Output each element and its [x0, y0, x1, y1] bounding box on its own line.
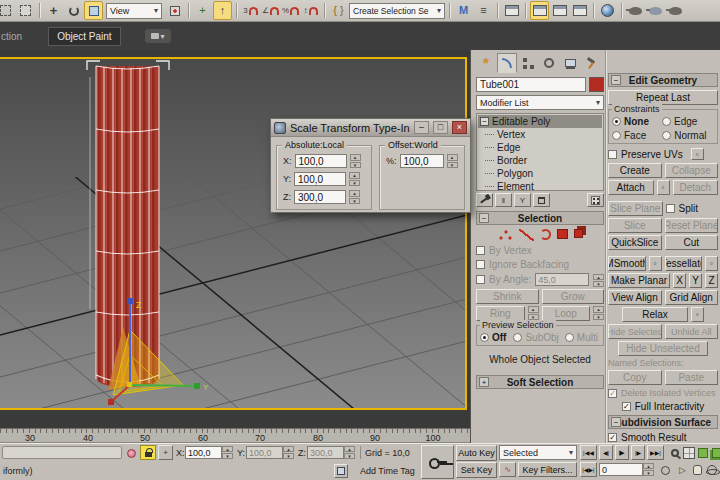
stack-item-vertex[interactable]: Vertex: [478, 128, 602, 141]
absolute-mode-toggle[interactable]: +: [158, 445, 173, 460]
tab-display[interactable]: [560, 53, 580, 73]
reset-plane-button[interactable]: Reset Plane: [665, 218, 719, 233]
paste-button[interactable]: Paste: [665, 370, 719, 385]
ring-spinner[interactable]: ▴▾: [528, 306, 539, 320]
named-selection-set-dropdown[interactable]: Create Selection Se▾: [349, 3, 445, 19]
ignore-backfacing-checkbox[interactable]: [476, 260, 485, 269]
selection-lock-toggle[interactable]: [140, 445, 156, 460]
collapse-button[interactable]: Collapse: [665, 163, 719, 178]
angle-spinner[interactable]: ▴▾: [593, 274, 604, 286]
maximize-button[interactable]: □: [433, 121, 448, 134]
stack-item-edge[interactable]: Edge: [478, 141, 602, 154]
select-and-scale-icon[interactable]: [84, 1, 103, 20]
collapse-icon[interactable]: −: [479, 213, 489, 223]
key-mode-toggle[interactable]: |◀▶|: [580, 462, 597, 477]
hide-selected-button[interactable]: Hide Selected: [608, 324, 662, 339]
z-coord-spinner[interactable]: ▴▾: [344, 446, 355, 459]
msmooth-button[interactable]: MSmooth: [608, 256, 646, 271]
y-coord-field[interactable]: 100,0: [246, 446, 283, 459]
reference-coordinate-dropdown[interactable]: View▾: [106, 3, 162, 19]
select-and-move-icon[interactable]: +: [44, 1, 63, 20]
constraint-normal-radio[interactable]: [662, 131, 671, 140]
expand-icon[interactable]: +: [479, 377, 489, 387]
render-setup-icon[interactable]: [626, 1, 645, 20]
z-coord-field[interactable]: 300,0: [307, 446, 344, 459]
preserve-uvs-checkbox[interactable]: [608, 150, 617, 159]
scale-x-field[interactable]: 100,0: [295, 154, 347, 168]
pan-icon[interactable]: [691, 463, 704, 477]
zoom-extents-all-icon[interactable]: [710, 446, 720, 460]
time-configuration-icon[interactable]: [658, 463, 672, 477]
grow-button[interactable]: Grow: [542, 289, 605, 304]
stack-item-polygon[interactable]: Polygon: [478, 167, 602, 180]
planar-z-button[interactable]: Z: [705, 273, 718, 288]
full-interactivity-checkbox[interactable]: ✓: [622, 402, 631, 411]
selection-rollout-header[interactable]: −Selection: [476, 211, 604, 225]
mirror-icon[interactable]: M: [454, 1, 473, 20]
timeline-ruler[interactable]: 30 40 50 60 70 80 90 100: [0, 428, 470, 443]
msmooth-settings-button[interactable]: ▫: [649, 256, 662, 271]
ribbon-config-menu[interactable]: ▾: [145, 29, 171, 43]
tab-utilities[interactable]: [581, 53, 601, 73]
slice-plane-button[interactable]: Slice Plane: [608, 201, 663, 216]
shrink-button[interactable]: Shrink: [476, 289, 539, 304]
relax-settings-button[interactable]: ▫: [691, 307, 704, 322]
copy-button[interactable]: Copy: [608, 370, 662, 385]
scale-y-spinner[interactable]: ▴▾: [349, 172, 360, 186]
border-subobject-icon[interactable]: [540, 229, 551, 240]
show-end-result-button[interactable]: ‖: [495, 193, 512, 207]
loop-spinner[interactable]: ▴▾: [593, 306, 604, 320]
scale-z-spinner[interactable]: ▴▾: [349, 190, 360, 204]
use-pivot-point-center-icon[interactable]: [165, 1, 184, 20]
communicate-icon[interactable]: [124, 446, 138, 460]
make-unique-button[interactable]: Y: [514, 193, 531, 207]
planar-x-button[interactable]: X: [673, 273, 686, 288]
preview-subobj-radio[interactable]: [513, 333, 522, 342]
view-align-button[interactable]: View Align: [608, 290, 662, 305]
detach-button[interactable]: Detach: [673, 180, 719, 195]
tab-hierarchy[interactable]: [518, 53, 538, 73]
by-angle-checkbox[interactable]: [476, 275, 485, 284]
add-time-tag[interactable]: Add Time Tag: [360, 464, 415, 477]
default-in-out-tangents-button[interactable]: ∿: [499, 462, 516, 477]
attach-button[interactable]: Attach: [608, 180, 654, 195]
material-editor-icon[interactable]: [598, 1, 617, 20]
auto-key-button[interactable]: Auto Key: [456, 445, 497, 461]
ribbon-tab-selection[interactable]: ction: [0, 27, 30, 46]
key-filters-button[interactable]: Key Filters...: [518, 462, 577, 477]
cut-button[interactable]: Cut: [665, 235, 719, 250]
preserve-uvs-settings-button[interactable]: ▫: [691, 148, 704, 160]
curve-editor-icon[interactable]: [550, 1, 569, 20]
dialog-titlebar[interactable]: Scale Transform Type-In – □ ×: [271, 119, 470, 137]
snap-toggle-3d-icon[interactable]: 3: [241, 1, 260, 20]
polygon-subobject-icon[interactable]: [557, 229, 568, 239]
selection-region-icon[interactable]: [0, 1, 15, 20]
scale-y-field[interactable]: 100,0: [294, 172, 346, 186]
orbit-icon[interactable]: [705, 463, 718, 477]
scale-z-field[interactable]: 300,0: [294, 190, 346, 204]
x-coord-field[interactable]: 100,0: [185, 446, 222, 459]
x-coord-spinner[interactable]: ▴▾: [222, 446, 233, 459]
hide-unselected-button[interactable]: Hide Unselected: [618, 341, 708, 356]
pin-stack-button[interactable]: [476, 193, 493, 207]
loop-button[interactable]: Loop: [542, 306, 591, 321]
select-and-rotate-icon[interactable]: [64, 1, 83, 20]
frame-spinner[interactable]: ▴▾: [643, 463, 654, 476]
vertex-subobject-icon[interactable]: [498, 229, 513, 241]
configure-modifier-sets-button[interactable]: [587, 193, 604, 207]
tab-create[interactable]: *: [476, 53, 496, 73]
schematic-view-icon[interactable]: [570, 1, 589, 20]
minimize-button[interactable]: –: [414, 121, 429, 134]
constraint-edge-radio[interactable]: [662, 117, 671, 126]
collapse-icon[interactable]: −: [480, 117, 489, 126]
constraint-face-radio[interactable]: [612, 131, 621, 140]
angle-field[interactable]: 45,0: [535, 273, 589, 286]
create-button[interactable]: Create: [608, 163, 662, 178]
current-frame-field[interactable]: 0: [599, 463, 643, 476]
zoom-icon[interactable]: [668, 446, 681, 460]
next-frame-button[interactable]: |▶: [631, 445, 645, 460]
set-key-button[interactable]: Set Key: [456, 462, 497, 478]
soft-selection-rollout-header[interactable]: +Soft Selection: [476, 375, 604, 389]
percent-snap-icon[interactable]: %: [281, 1, 300, 20]
offset-percent-spinner[interactable]: ▴▾: [447, 154, 458, 168]
